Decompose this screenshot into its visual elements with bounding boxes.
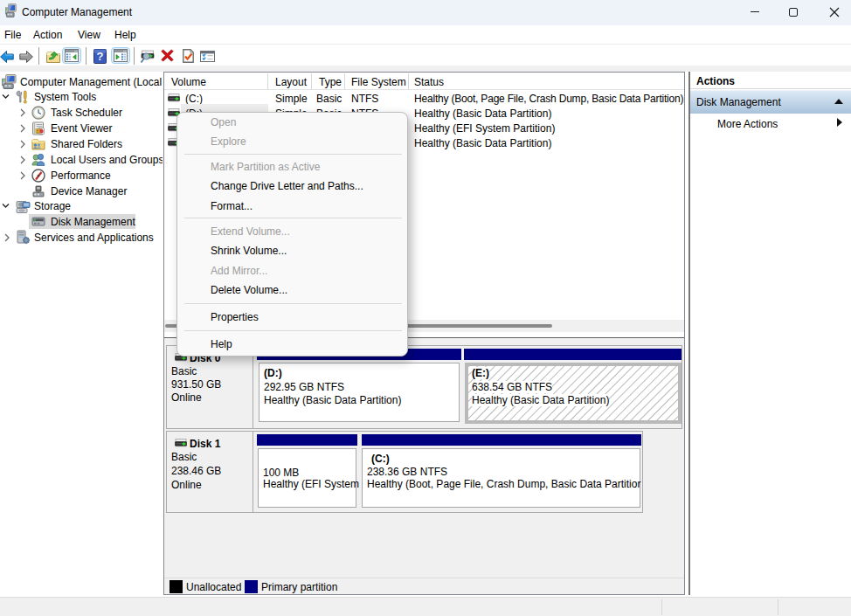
svg-text:?: ? (97, 50, 104, 63)
